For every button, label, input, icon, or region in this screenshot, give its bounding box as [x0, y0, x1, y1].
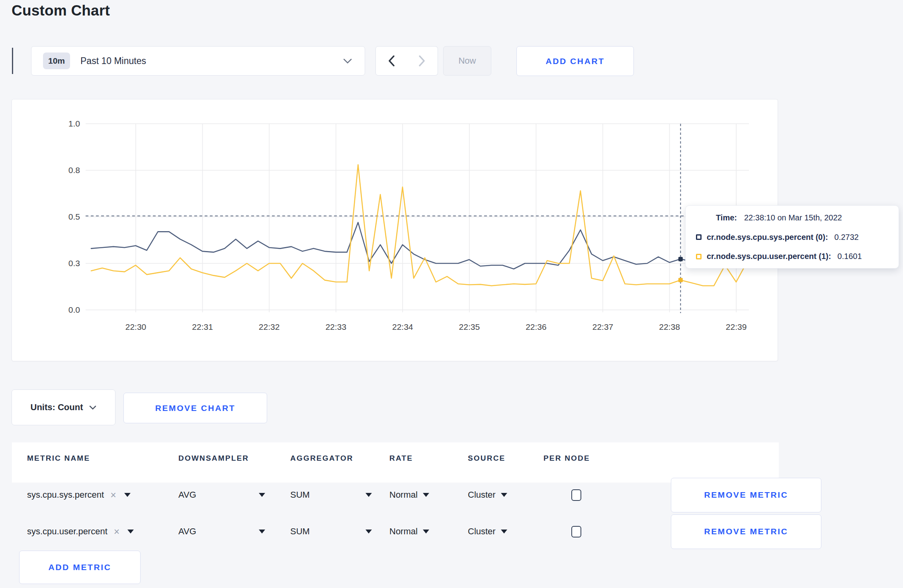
rate-value: Normal	[389, 490, 418, 500]
tooltip-series-name: cr.node.sys.cpu.user.percent (1):	[707, 252, 831, 261]
time-range-badge: 10m	[43, 53, 70, 69]
dropdown-caret-icon	[127, 530, 134, 533]
metric-row: sys.cpu.sys.percent×AVGSUMNormalClusterR…	[12, 477, 779, 513]
time-range-label: Past 10 Minutes	[80, 56, 146, 66]
chart-panel: 22:3022:3122:3222:3322:3422:3522:3622:37…	[12, 99, 778, 361]
dropdown-caret-icon	[124, 493, 131, 497]
column-header-metric-name: METRIC NAME	[27, 454, 178, 463]
downsampler-select[interactable]: AVG	[178, 526, 265, 537]
clear-metric-icon[interactable]: ×	[114, 527, 120, 537]
metric-name-select[interactable]: sys.cpu.sys.percent×	[27, 490, 178, 500]
y-tick-label: 0.5	[68, 212, 80, 221]
aggregator-value: SUM	[290, 526, 310, 537]
y-tick-label: 0.8	[68, 165, 80, 175]
chart-tooltip: Time: 22:38:10 on Mar 15th, 2022 cr.node…	[685, 205, 899, 269]
dropdown-caret-icon	[423, 530, 429, 533]
tooltip-series-row: cr.node.sys.cpu.user.percent (1): 0.1601	[696, 252, 891, 261]
units-select[interactable]: Units: Count	[12, 389, 115, 425]
y-tick-label: 0.3	[68, 259, 80, 268]
x-tick-label: 22:30	[125, 322, 147, 331]
x-tick-label: 22:32	[259, 322, 280, 331]
hover-dot	[678, 257, 683, 261]
rate-value: Normal	[389, 526, 418, 537]
metrics-table-rows: sys.cpu.sys.percent×AVGSUMNormalClusterR…	[12, 477, 779, 550]
x-tick-label: 22:34	[392, 322, 413, 331]
dropdown-caret-icon	[501, 493, 507, 497]
downsampler-value: AVG	[178, 526, 196, 537]
remove-metric-button[interactable]: REMOVE METRIC	[671, 514, 821, 549]
series-swatch-icon	[696, 254, 702, 259]
prev-time-button[interactable]	[375, 46, 407, 76]
rate-select[interactable]: Normal	[389, 526, 429, 537]
chevron-right-icon	[419, 55, 425, 66]
hover-dot	[678, 278, 683, 282]
chevron-down-icon	[89, 405, 96, 410]
column-header-per-node: PER NODE	[543, 454, 609, 463]
page-title: Custom Chart	[12, 2, 110, 19]
source-value: Cluster	[468, 490, 496, 500]
metrics-table-header: METRIC NAMEDOWNSAMPLERAGGREGATORRATESOUR…	[12, 442, 779, 474]
chevron-left-icon	[388, 55, 395, 66]
remove-chart-button[interactable]: REMOVE CHART	[123, 393, 267, 423]
source-select[interactable]: Cluster	[468, 490, 507, 500]
aggregator-select[interactable]: SUM	[290, 526, 372, 537]
tooltip-series-name: cr.node.sys.cpu.sys.percent (0):	[707, 233, 828, 242]
metric-row: sys.cpu.user.percent×AVGSUMNormalCluster…	[12, 513, 779, 550]
column-header-aggregator: AGGREGATOR	[290, 454, 389, 463]
metric-name-select[interactable]: sys.cpu.user.percent×	[27, 526, 178, 537]
dropdown-caret-icon	[423, 493, 429, 497]
dropdown-caret-icon	[366, 530, 372, 533]
per-node-checkbox[interactable]	[571, 526, 581, 537]
dropdown-caret-icon	[259, 530, 265, 533]
series-line	[91, 222, 747, 269]
x-tick-label: 22:33	[325, 322, 346, 331]
aggregator-select[interactable]: SUM	[290, 490, 372, 500]
add-metric-button[interactable]: ADD METRIC	[19, 551, 141, 584]
remove-metric-button[interactable]: REMOVE METRIC	[671, 478, 821, 512]
x-tick-label: 22:39	[726, 322, 747, 331]
x-tick-label: 22:35	[459, 322, 480, 331]
downsampler-value: AVG	[178, 490, 196, 500]
tooltip-time-value: 22:38:10 on Mar 15th, 2022	[744, 213, 842, 222]
source-select[interactable]: Cluster	[468, 526, 507, 537]
source-value: Cluster	[468, 526, 496, 537]
x-tick-label: 22:36	[526, 322, 547, 331]
per-node-checkbox[interactable]	[571, 489, 581, 501]
metric-name-value: sys.cpu.sys.percent	[27, 490, 104, 500]
x-tick-label: 22:38	[659, 322, 680, 331]
tooltip-series-value: 0.1601	[837, 252, 862, 261]
now-button[interactable]: Now	[443, 46, 491, 76]
aggregator-value: SUM	[290, 490, 310, 500]
column-header-rate: RATE	[389, 454, 468, 463]
clear-metric-icon[interactable]: ×	[110, 490, 116, 500]
tooltip-time-label: Time:	[716, 213, 737, 222]
dropdown-caret-icon	[501, 530, 507, 533]
column-header-downsampler: DOWNSAMPLER	[178, 454, 290, 463]
dropdown-caret-icon	[366, 493, 372, 497]
y-tick-label: 1.0	[68, 119, 80, 128]
tooltip-time-row: Time: 22:38:10 on Mar 15th, 2022	[716, 213, 891, 222]
series-line	[91, 165, 747, 286]
next-time-button[interactable]	[407, 46, 438, 76]
dropdown-caret-icon	[259, 493, 265, 497]
tooltip-series-value: 0.2732	[835, 233, 859, 242]
time-range-select[interactable]: 10m Past 10 Minutes	[31, 46, 365, 76]
metric-name-value: sys.cpu.user.percent	[27, 526, 108, 537]
timeseries-chart[interactable]: 22:3022:3122:3222:3322:3422:3522:3622:37…	[12, 99, 778, 362]
column-header-source: SOURCE	[468, 454, 543, 463]
y-tick-label: 0.0	[68, 305, 80, 314]
units-label: Units: Count	[31, 402, 83, 413]
downsampler-select[interactable]: AVG	[178, 490, 265, 500]
x-tick-label: 22:37	[592, 322, 614, 331]
series-swatch-icon	[696, 234, 702, 240]
rate-select[interactable]: Normal	[389, 490, 429, 500]
x-tick-label: 22:31	[192, 322, 213, 331]
add-chart-button[interactable]: ADD CHART	[516, 46, 634, 76]
toolbar-accent-bar	[12, 48, 13, 74]
tooltip-series-row: cr.node.sys.cpu.sys.percent (0): 0.2732	[696, 233, 891, 242]
chevron-down-icon	[343, 58, 352, 64]
